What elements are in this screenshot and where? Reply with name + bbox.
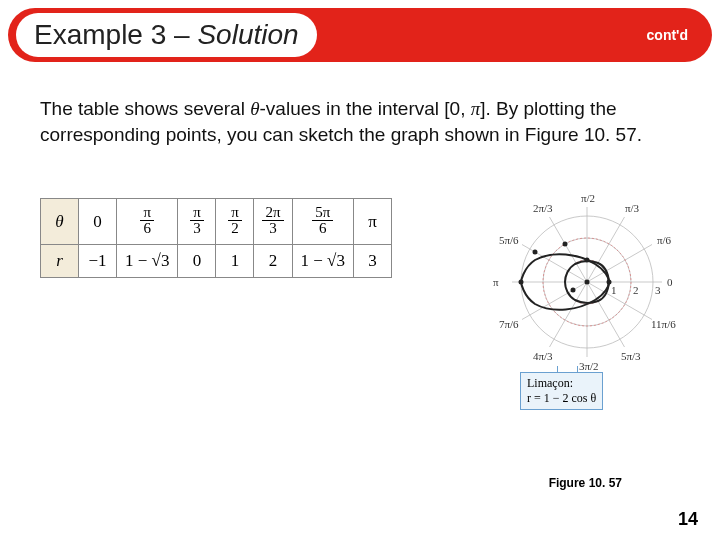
theta-symbol: θ xyxy=(250,98,259,119)
row-header-r: r xyxy=(41,245,79,278)
ang-pi: π xyxy=(493,276,499,288)
title-pill: Example 3 – Solution xyxy=(16,13,317,57)
body-text-1: The table shows several xyxy=(40,98,250,119)
svg-point-12 xyxy=(585,258,590,263)
tick-3: 3 xyxy=(655,284,661,296)
ang-11pi6: 11π/6 xyxy=(651,318,676,330)
cell-r-2: 0 xyxy=(178,245,216,278)
cell-theta-0: 0 xyxy=(79,199,117,245)
table-row-r: r −1 1 − √3 0 1 2 1 − √3 3 xyxy=(41,245,392,278)
cell-theta-2: π3 xyxy=(178,199,216,245)
svg-point-15 xyxy=(519,280,524,285)
cell-theta-4: 2π3 xyxy=(254,199,292,245)
cell-r-3: 1 xyxy=(216,245,254,278)
cell-theta-1: π6 xyxy=(117,199,178,245)
figure-label: Figure 10. 57 xyxy=(549,476,622,490)
continued-label: cont'd xyxy=(647,27,688,43)
ang-0: 0 xyxy=(667,276,673,288)
slide-title: Example 3 – Solution xyxy=(34,19,299,50)
pi-symbol: π xyxy=(471,98,481,119)
svg-point-17 xyxy=(585,280,590,285)
page-number: 14 xyxy=(678,509,698,530)
callout-eq: r = 1 − 2 cos θ xyxy=(527,391,596,406)
ang-5pi3: 5π/3 xyxy=(621,350,641,362)
cell-theta-5: 5π6 xyxy=(292,199,353,245)
values-table-wrap: θ 0 π6 π3 π2 2π3 5π6 π r −1 1 − √3 0 1 2… xyxy=(40,198,392,278)
ang-pi6: π/6 xyxy=(657,234,672,246)
body-paragraph: The table shows several θ-values in the … xyxy=(40,96,680,147)
cell-r-0: −1 xyxy=(79,245,117,278)
cell-r-5: 1 − √3 xyxy=(292,245,353,278)
cell-theta-3: π2 xyxy=(216,199,254,245)
svg-point-16 xyxy=(571,288,576,293)
svg-point-13 xyxy=(563,242,568,247)
ang-3pi2: 3π/2 xyxy=(579,360,599,372)
ang-7pi6: 7π/6 xyxy=(499,318,519,330)
ang-5pi6: 5π/6 xyxy=(499,234,519,246)
cell-r-6: 3 xyxy=(353,245,391,278)
row-header-theta: θ xyxy=(41,199,79,245)
values-table: θ 0 π6 π3 π2 2π3 5π6 π r −1 1 − √3 0 1 2… xyxy=(40,198,392,278)
callout-title: Limaçon: xyxy=(527,376,596,391)
ang-pi2: π/2 xyxy=(581,192,595,204)
ang-pi3: π/3 xyxy=(625,202,640,214)
cell-theta-6: π xyxy=(353,199,391,245)
tick-1: 1 xyxy=(611,284,617,296)
callout-box: Limaçon: r = 1 − 2 cos θ xyxy=(520,372,603,410)
cell-r-1: 1 − √3 xyxy=(117,245,178,278)
svg-point-14 xyxy=(533,250,538,255)
title-text-italic: Solution xyxy=(197,19,298,50)
table-row-theta: θ 0 π6 π3 π2 2π3 5π6 π xyxy=(41,199,392,245)
polar-plot: 1 2 3 0 π/6 π/3 π/2 2π/3 5π/6 π 7π/6 4π/… xyxy=(462,182,682,412)
polar-svg: 1 2 3 0 π/6 π/3 π/2 2π/3 5π/6 π 7π/6 4π/… xyxy=(462,182,682,382)
tick-2: 2 xyxy=(633,284,639,296)
cell-r-4: 2 xyxy=(254,245,292,278)
title-text-plain: Example 3 – xyxy=(34,19,197,50)
slide-header: Example 3 – Solution cont'd xyxy=(8,8,712,62)
body-text-2: -values in the interval [0, xyxy=(260,98,471,119)
ang-4pi3: 4π/3 xyxy=(533,350,553,362)
ang-2pi3: 2π/3 xyxy=(533,202,553,214)
